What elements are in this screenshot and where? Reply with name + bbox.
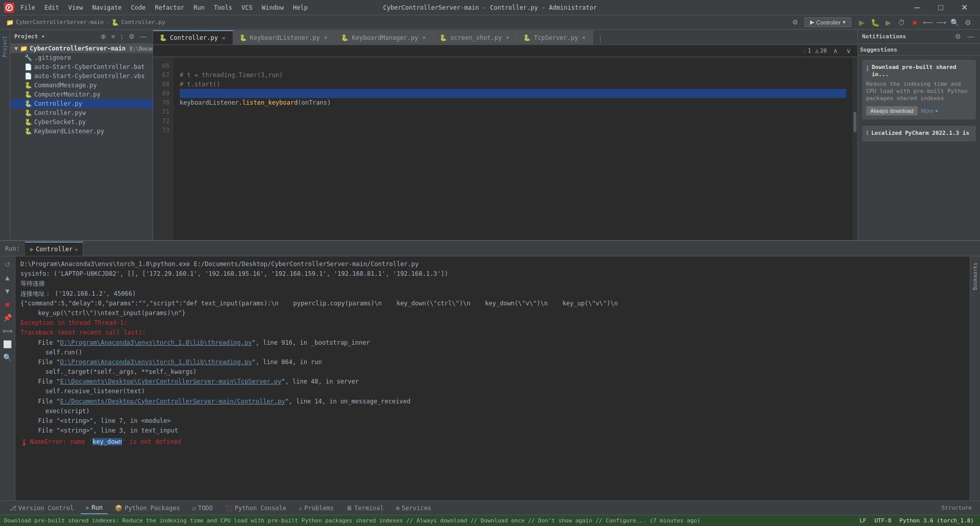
menu-vcs[interactable]: VCS <box>237 3 257 12</box>
py-icon-3: 🐍 <box>24 100 32 107</box>
rerun-button[interactable]: ↺ <box>2 258 14 271</box>
sidebar-close-button[interactable]: — <box>138 32 149 41</box>
tab-controller[interactable]: 🐍 Controller.py ✕ <box>153 30 233 44</box>
pin-tab-button[interactable]: 📌 <box>2 312 14 324</box>
sidebar-item-keyboardlistener[interactable]: 🐍 KeyboardListener.py <box>10 127 153 136</box>
traceback-link-1[interactable]: D:\Program\Anaconda3\envs\torch_1.8\lib\… <box>60 339 252 346</box>
tab-run-label: Run <box>92 504 103 511</box>
notification-card-1: ℹ Download pre-built shared in... Reduce… <box>862 60 976 119</box>
menu-edit[interactable]: Edit <box>40 3 63 12</box>
tab-keyboardmanager[interactable]: 🐍 KeyboardManager.py ✕ <box>335 30 433 44</box>
tab-tcpserver-close[interactable]: ✕ <box>581 34 587 41</box>
editor-vertical-scrollbar[interactable] <box>852 57 857 240</box>
activity-project[interactable]: Project <box>1 30 9 63</box>
back-button[interactable]: ⟵ <box>922 16 934 29</box>
scrollbar-thumb[interactable] <box>853 112 856 132</box>
locate-file-button[interactable]: ⊕ <box>99 32 108 41</box>
notifications-close-button[interactable]: — <box>965 32 976 41</box>
run-coverage-button[interactable]: ▶ <box>882 16 894 29</box>
menu-code[interactable]: Code <box>127 3 150 12</box>
menu-tools[interactable]: Tools <box>210 3 236 12</box>
collapse-warnings-button[interactable]: ∧ <box>831 46 840 56</box>
sidebar-item-controller[interactable]: 🐍 Controller.py <box>10 99 153 108</box>
clear-output-button[interactable]: ⬜ <box>2 338 14 350</box>
sidebar-item-commandmessage[interactable]: 🐍 CommandMessage.py <box>10 81 153 90</box>
tab-terminal[interactable]: 🖥 Terminal <box>341 502 389 514</box>
sidebar-item-cybersocket[interactable]: 🐍 CyberSocket.py <box>10 117 153 127</box>
tab-services[interactable]: ⚙ Services <box>391 502 436 514</box>
scroll-down-button[interactable]: ▼ <box>2 285 14 297</box>
sidebar-item-gitignore[interactable]: 🔧 .gitignore <box>10 53 153 62</box>
run-play-button[interactable]: ▶ <box>855 16 868 29</box>
run-tab-controller[interactable]: ▶ Controller ✕ <box>25 242 84 256</box>
settings-icon[interactable]: ⚙ <box>790 17 800 27</box>
settings-toolbar-button[interactable]: ⚙ <box>962 16 974 29</box>
code-content[interactable]: # t = threading.Timer(3,run) # t.start()… <box>174 57 852 240</box>
tabs-overflow-button[interactable]: ⋮ <box>595 33 605 44</box>
menu-help[interactable]: Help <box>289 3 312 12</box>
lf-status[interactable]: LF <box>857 517 868 524</box>
run-traceback-6: self.receive_listener(text) <box>31 387 965 396</box>
tab-tcpserver[interactable]: 🐍 TcpServer.py ✕ <box>517 30 593 44</box>
run-debug-button[interactable]: 🐛 <box>869 16 881 29</box>
tab-todo[interactable]: ☑ TODO <box>187 502 218 514</box>
run-output-area[interactable]: D:\Program\Anaconda3\envs\torch_1.8\pyth… <box>15 256 970 500</box>
sidebar-item-vbs[interactable]: 📄 auto-Start-CyberController.vbs <box>10 71 153 81</box>
encoding-status[interactable]: UTF-8 <box>872 517 893 524</box>
tab-keyboardlistener[interactable]: 🐍 KeyboardListener.py ✕ <box>233 30 335 44</box>
breadcrumb-project[interactable]: CyberControllerServer-main <box>16 19 104 26</box>
tab-problems[interactable]: ⚠ Problems <box>293 502 339 514</box>
filter-button[interactable]: 🔍 <box>2 351 14 364</box>
scroll-up-button[interactable]: ▲ <box>2 272 14 284</box>
run-config-button[interactable]: ▶ Controller ▾ <box>804 17 851 27</box>
run-traceback-1: File "D:\Program\Anaconda3\envs\torch_1.… <box>31 338 965 348</box>
tab-keyboardlistener-close[interactable]: ✕ <box>323 34 329 41</box>
tab-version-control[interactable]: ⎇ Version Control <box>4 502 79 514</box>
structure-tab[interactable]: Structure <box>937 505 976 511</box>
always-download-button[interactable]: Always download <box>866 106 918 115</box>
bookmarks-tab[interactable]: Bookmarks <box>971 256 979 296</box>
tab-keyboardmanager-close[interactable]: ✕ <box>422 34 427 41</box>
tab-run[interactable]: ▶ Run <box>81 502 108 514</box>
menu-window[interactable]: Window <box>258 3 288 12</box>
tab-controller-close[interactable]: ✕ <box>221 35 227 41</box>
tab-python-console[interactable]: ⬛ Python Console <box>220 502 291 514</box>
wrap-output-button[interactable]: ⟺ <box>2 325 14 337</box>
sidebar-item-computermonitor[interactable]: 🐍 ComputerMonitor.py <box>10 90 153 99</box>
menu-run[interactable]: Run <box>189 3 209 12</box>
profile-button[interactable]: ⏱ <box>895 16 908 29</box>
more-options-button[interactable]: More ▾ <box>921 106 938 115</box>
menu-file[interactable]: File <box>16 3 39 12</box>
sidebar-settings-button[interactable]: ⚙ <box>127 32 137 41</box>
collapse-all-button[interactable]: ≡ <box>109 32 117 41</box>
stop-run-button[interactable]: ■ <box>2 298 14 310</box>
main-area: Project Project ▾ ⊕ ≡ ↕ ⚙ — ▼ 📁 CyberCon… <box>0 30 980 240</box>
tab-python-packages[interactable]: 📦 Python Packages <box>110 502 185 514</box>
menu-refactor[interactable]: Refactor <box>151 3 188 12</box>
forward-button[interactable]: ⟶ <box>935 16 947 29</box>
python-version-status[interactable]: Python 3.6 (torch_1.8) <box>897 517 976 524</box>
menu-view[interactable]: View <box>64 3 87 12</box>
breadcrumb-file[interactable]: Controller.py <box>121 19 165 26</box>
maximize-button[interactable]: □ <box>929 0 952 15</box>
sort-button[interactable]: ↕ <box>118 32 126 41</box>
traceback-link-4[interactable]: E:/Documents/Desktop/CyberControllerServ… <box>60 398 285 405</box>
tab-screenshot-close[interactable]: ✕ <box>505 34 510 41</box>
stop-button[interactable]: ■ <box>909 16 921 29</box>
run-tab-close[interactable]: ✕ <box>75 247 78 252</box>
tab-screenshot[interactable]: 🐍 screen_shot.py ✕ <box>433 30 517 44</box>
sidebar-item-controllerpyw[interactable]: 🐍 Controller.pyw <box>10 108 153 117</box>
menu-navigate[interactable]: Navigate <box>88 3 126 12</box>
run-traceback-2: self.run() <box>31 348 965 357</box>
minimize-button[interactable]: ─ <box>905 0 929 15</box>
code-line-70: keyboardListener.listen_keyboard(onTrans… <box>180 98 846 107</box>
expand-warnings-button[interactable]: ∨ <box>844 46 853 56</box>
traceback-link-2[interactable]: D:\Program\Anaconda3\envs\torch_1.8\lib\… <box>60 358 252 366</box>
traceback-link-3[interactable]: E:\Documents\Desktop\CyberControllerServ… <box>60 378 281 385</box>
tab-py-icon-1: 🐍 <box>159 34 167 41</box>
close-button[interactable]: ✕ <box>952 0 976 15</box>
notifications-settings-button[interactable]: ⚙ <box>953 32 963 41</box>
sidebar-item-bat[interactable]: 📄 auto-Start-CyberController.bat <box>10 62 153 71</box>
search-button[interactable]: 🔍 <box>948 16 961 29</box>
sidebar-project-root[interactable]: ▼ 📁 CyberControllerServer-main E:\Docume… <box>10 44 153 53</box>
